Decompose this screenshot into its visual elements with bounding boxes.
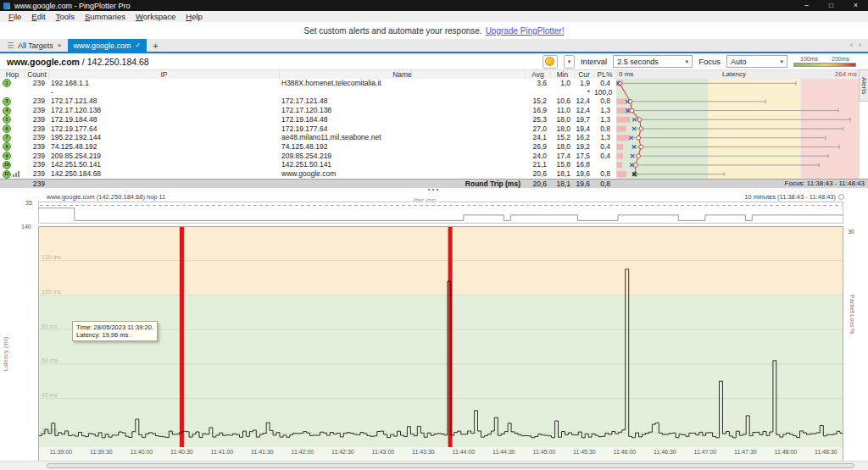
- hop-number-badge: 4: [3, 107, 11, 115]
- name-cell: [280, 88, 526, 97]
- window-title: www.google.com - PingPlotter Pro: [14, 2, 131, 10]
- menu-summaries[interactable]: Summaries: [80, 11, 131, 22]
- count-cell: [25, 88, 49, 97]
- cur-cell: *: [575, 88, 594, 97]
- col-min[interactable]: Min: [551, 70, 575, 79]
- menu-workspace[interactable]: Workspace: [131, 11, 181, 22]
- jitter-axis-label: 35: [25, 200, 32, 206]
- cur-cell: 16,8: [575, 160, 594, 169]
- maximize-button[interactable]: □: [819, 0, 843, 11]
- col-hop[interactable]: Hop: [0, 70, 25, 79]
- name-cell: 172.17.121.48: [280, 97, 526, 106]
- target-ip: 142.250.184.68: [87, 57, 149, 67]
- close-button[interactable]: ×: [843, 0, 868, 11]
- col-name[interactable]: Name: [280, 70, 526, 79]
- tab-all-targets[interactable]: All Targets ×: [2, 39, 68, 52]
- col-avg[interactable]: Avg: [526, 70, 551, 79]
- time-tick-label: 11:43:00: [363, 449, 403, 455]
- avg-marker: [639, 145, 643, 149]
- min-cell: 18,0: [551, 115, 575, 124]
- min-cell: 18,1: [551, 169, 575, 179]
- hop-number-badge: 7: [3, 134, 11, 142]
- avg-cell: 24,0: [526, 152, 551, 161]
- ip-cell: 172.19.177.64: [49, 124, 280, 134]
- horizontal-scrollbar[interactable]: [0, 461, 868, 470]
- col-ip[interactable]: IP: [49, 70, 280, 79]
- menu-tools[interactable]: Tools: [51, 11, 80, 22]
- packet-loss-bar: [180, 226, 184, 447]
- focus-select[interactable]: Auto▾: [726, 55, 787, 68]
- graph-time-range[interactable]: 10 minutes (11:38:43 - 11:48:43): [744, 193, 836, 201]
- count-cell: 239: [25, 115, 49, 124]
- menu-bar: FileEditToolsSummariesWorkspaceHelp: [0, 11, 868, 22]
- avg-marker: [637, 135, 641, 140]
- min-cell: 1,0: [551, 79, 575, 88]
- minimize-button[interactable]: –: [794, 0, 819, 11]
- tab-www-google-com[interactable]: www.google.com ✓: [68, 39, 147, 52]
- avg-cell: 3,6: [526, 79, 551, 88]
- ip-cell: 195.22.192.144: [49, 133, 280, 142]
- hop-cell: 5: [0, 115, 25, 124]
- timescale-options-icon[interactable]: [838, 194, 844, 200]
- timeline-graph[interactable]: 120 ms100 ms80 ms60 ms40 ms20 ms: [38, 226, 843, 461]
- svg-text:120 ms: 120 ms: [42, 254, 61, 260]
- time-tick-label: 11:44:00: [443, 449, 484, 455]
- hop-number-badge: 5: [3, 115, 11, 124]
- hop-graph-icon: [13, 171, 19, 177]
- pl-cell: 0,8: [594, 97, 616, 106]
- title-bar: www.google.com - PingPlotter Pro – □ ×: [0, 0, 868, 11]
- hop-cell: 11: [0, 169, 25, 179]
- tab-bar: All Targets × www.google.com ✓ +: [0, 39, 868, 53]
- menu-help[interactable]: Help: [181, 11, 208, 22]
- latency-scale-title: Latency: [722, 70, 746, 79]
- count-cell: 239: [25, 169, 49, 179]
- hop-cell: 6: [0, 124, 25, 134]
- interval-select[interactable]: 2.5 seconds▾: [613, 55, 693, 68]
- hop-latency-trace-graph[interactable]: [616, 79, 860, 179]
- alerts-side-tab[interactable]: Alerts: [859, 69, 868, 102]
- scrollbar-thumb[interactable]: [47, 463, 854, 468]
- col-cur[interactable]: Cur: [575, 70, 594, 79]
- time-tick-label: 11:46:30: [644, 449, 685, 455]
- hop-cell: 8: [0, 142, 25, 152]
- graph-title: www.google.com (142.250.184.68) hop 11: [47, 193, 165, 201]
- upgrade-link[interactable]: Upgrade PingPlotter!: [486, 26, 565, 36]
- cur-cell: 1,9: [575, 79, 594, 88]
- hop-cell: 4: [0, 106, 25, 115]
- col-count[interactable]: Count: [25, 70, 49, 79]
- trace-controls: ▾ Interval 2.5 seconds▾ Focus Auto▾ 100m…: [542, 55, 868, 69]
- target-host: www.google.com: [0, 57, 80, 67]
- packet-loss-bar: [448, 226, 453, 447]
- pl-cell: 1,3: [594, 106, 616, 115]
- time-tick-label: 11:42:30: [322, 449, 363, 455]
- latency-legend: 100ms200ms: [793, 56, 856, 67]
- time-tick-label: 11:41:30: [242, 449, 282, 455]
- menu-file[interactable]: File: [3, 11, 26, 22]
- jitter-strip: [38, 202, 843, 224]
- tab-scroll-left-icon[interactable]: ‹: [850, 41, 853, 49]
- trace-state-dropdown[interactable]: ▾: [564, 55, 575, 69]
- ip-cell: 192.168.1.1: [49, 79, 280, 88]
- trace-state-button[interactable]: [542, 55, 558, 69]
- avg-cell: 26,9: [526, 142, 551, 152]
- col-pl[interactable]: PL%: [594, 70, 616, 79]
- packet-loss-axis-title: Packet Loss %: [849, 295, 855, 334]
- min-cell: 10,6: [551, 97, 575, 106]
- new-tab-button[interactable]: +: [147, 40, 164, 52]
- check-icon: ✓: [136, 41, 142, 49]
- name-cell: 172.19.184.48: [280, 115, 526, 124]
- menu-edit[interactable]: Edit: [26, 11, 50, 22]
- tab-scroll-right-icon[interactable]: ›: [859, 41, 861, 49]
- pl-cell: 0,4: [594, 142, 616, 152]
- latency-scale-max: 264 ms: [835, 70, 857, 79]
- hop-cell: [0, 88, 25, 97]
- avg-cell: 16,9: [526, 106, 551, 115]
- close-tab-icon[interactable]: ×: [58, 42, 62, 49]
- pl-cell: 1,3: [594, 133, 616, 142]
- hop-number-badge: 10: [3, 161, 11, 169]
- ip-cell: 74.125.48.192: [49, 142, 280, 152]
- target-separator: /: [80, 57, 87, 67]
- cur-cell: 12,4: [575, 106, 594, 115]
- hop-number-badge: 11: [3, 170, 11, 179]
- chevron-down-icon: ▾: [686, 58, 689, 65]
